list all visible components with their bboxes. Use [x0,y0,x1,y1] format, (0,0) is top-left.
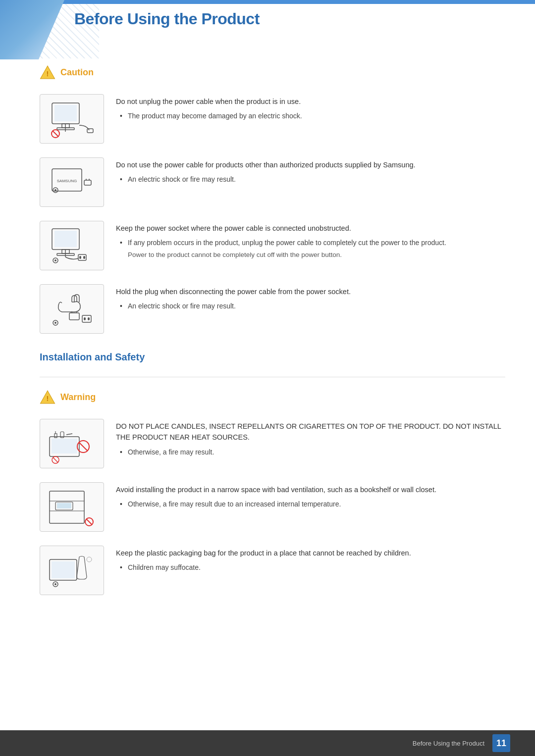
caution-image-2: SAMSUNG [40,157,104,207]
svg-rect-48 [57,503,71,508]
page-number: 11 [492,734,510,752]
svg-point-25 [54,259,56,261]
caution-header: ! Caution [40,64,505,80]
warning-label: Warning [60,392,96,403]
main-content: ! Caution [40,64,505,726]
caution-item-1: Do not unplug the power cable when the p… [40,94,505,144]
svg-point-23 [83,256,85,259]
warning-text-3: Keep the plastic packaging bag for the p… [116,546,505,575]
caution-image-1 [40,94,104,144]
svg-point-33 [54,322,56,324]
svg-point-15 [54,189,56,191]
warning-header: ! Warning [40,389,505,405]
svg-rect-37 [54,434,57,438]
warning-section: ! Warning [40,389,505,595]
page-footer: Before Using the Product 11 [0,730,535,756]
caution-text-4: Hold the plug when disconnecting the pow… [116,284,505,313]
svg-line-41 [79,443,87,451]
caution-section: ! Caution [40,64,505,334]
page-title: Before Using the Product [74,10,515,28]
caution-sub-note: Power to the product cannot be completel… [116,250,505,260]
svg-rect-6 [87,129,93,133]
svg-line-43 [53,457,58,462]
svg-rect-36 [52,439,77,454]
warning-item-1: DO NOT PLACE CANDLES, INSECT REPELLANTS … [40,419,505,468]
caution-image-4 [40,284,104,334]
caution-item-4: Hold the plug when disconnecting the pow… [40,284,505,334]
caution-icon: ! [40,64,55,80]
svg-rect-52 [52,561,75,578]
divider [40,377,505,377]
svg-point-55 [54,583,56,585]
warning-image-3 [40,546,104,595]
svg-rect-17 [54,231,77,247]
svg-point-30 [84,317,86,320]
top-border [0,0,535,4]
warning-text-2: Avoid installing the product in a narrow… [116,482,505,511]
caution-item-3: Keep the power socket where the power ca… [40,221,505,270]
svg-text:!: ! [47,70,49,78]
warning-image-2 [40,482,104,532]
svg-text:SAMSUNG: SAMSUNG [57,179,77,183]
warning-image-1 [40,419,104,468]
svg-point-53 [87,557,92,562]
footer-text: Before Using the Product [413,740,484,747]
warning-icon: ! [40,389,55,405]
svg-line-50 [86,519,92,525]
caution-text-1: Do not unplug the power cable when the p… [116,94,505,123]
svg-line-8 [53,131,58,137]
svg-rect-2 [54,105,77,121]
installation-title: Installation and Safety [40,352,505,367]
caution-label: Caution [60,67,94,78]
warning-item-2: Avoid installing the product in a narrow… [40,482,505,532]
warning-text-1: DO NOT PLACE CANDLES, INSECT REPELLANTS … [116,419,505,459]
installation-section: Installation and Safety [40,352,505,377]
svg-point-22 [79,256,81,259]
svg-text:!: ! [47,395,49,403]
svg-rect-11 [84,180,91,185]
caution-item-2: SAMSUNG Do not use the power cable for p… [40,157,505,207]
caution-image-3 [40,221,104,270]
warning-item-3: Keep the plastic packaging bag for the p… [40,546,505,595]
caution-text-2: Do not use the power cable for products … [116,157,505,187]
svg-point-31 [88,317,90,320]
svg-rect-29 [82,315,91,322]
svg-rect-26 [69,313,79,320]
caution-text-3: Keep the power socket where the power ca… [116,221,505,260]
svg-line-39 [66,434,72,435]
